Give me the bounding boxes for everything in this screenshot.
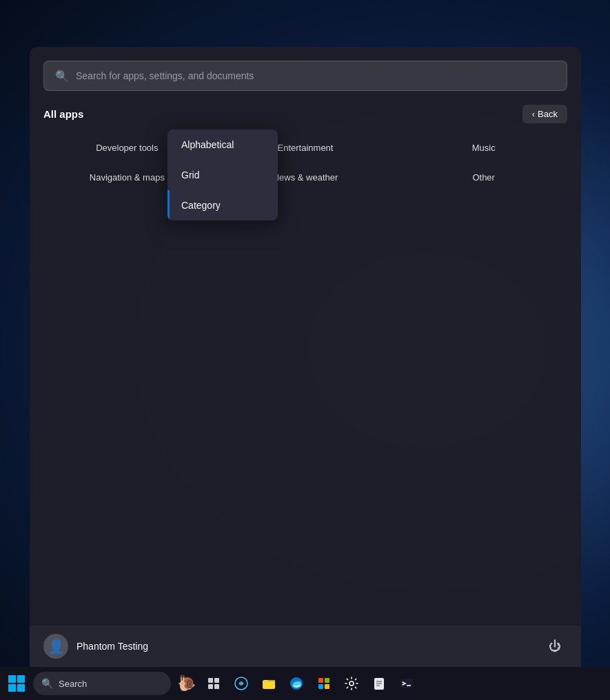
apps-header: All apps ‹ Back	[30, 98, 581, 130]
category-label-other: Other	[472, 172, 495, 183]
windows-logo	[8, 675, 25, 692]
taskbar-search-icon: 🔍	[41, 678, 53, 689]
avatar[interactable]: 👤	[43, 634, 68, 659]
taskbar-store[interactable]	[312, 671, 336, 696]
taskbar-snail-icon[interactable]: 🐌	[174, 671, 199, 696]
svg-rect-16	[400, 679, 413, 688]
file-explorer-icon	[262, 677, 276, 690]
avatar-icon: 👤	[48, 638, 65, 655]
svg-rect-3	[214, 684, 219, 689]
power-icon: ⏻	[549, 639, 561, 654]
svg-rect-0	[208, 678, 213, 683]
entertainment-grid	[303, 137, 307, 138]
taskbar-notepad[interactable]	[367, 671, 392, 696]
news-grid	[303, 167, 307, 168]
taskbar-edge[interactable]	[284, 671, 309, 696]
navigation-grid	[125, 167, 129, 168]
store-icon	[317, 677, 331, 690]
search-bar-area: 🔍 Search for apps, settings, and documen…	[30, 47, 581, 98]
svg-point-11	[349, 681, 354, 686]
taskbar: 🔍 Search 🐌	[0, 667, 610, 700]
category-other: Other	[400, 167, 567, 185]
categories-row-2: Navigation & maps News & weather	[43, 167, 567, 185]
sort-dropdown-menu: Alphabetical Grid Category	[167, 130, 278, 220]
start-menu: 🔍 Search for apps, settings, and documen…	[30, 47, 581, 667]
category-label-news: News & weather	[273, 172, 338, 183]
categories-row-1: Developer tools Entertainment	[43, 137, 567, 156]
music-grid	[482, 137, 486, 138]
svg-rect-1	[214, 678, 219, 683]
win-logo-q2	[17, 675, 25, 683]
taskbar-terminal[interactable]	[394, 671, 419, 696]
category-extra-3	[400, 196, 567, 205]
search-bar[interactable]: 🔍 Search for apps, settings, and documen…	[43, 61, 567, 91]
sort-option-category[interactable]: Category	[167, 190, 278, 220]
all-apps-label: All apps	[43, 108, 83, 120]
svg-rect-8	[325, 678, 329, 683]
svg-rect-2	[208, 684, 213, 689]
back-label: Back	[538, 109, 558, 119]
copilot-icon	[234, 676, 249, 691]
win-logo-q4	[17, 684, 25, 692]
sort-option-alphabetical[interactable]: Alphabetical	[167, 130, 278, 160]
other-grid	[482, 167, 486, 168]
category-label-navigation: Navigation & maps	[90, 172, 165, 183]
sort-option-grid[interactable]: Grid	[167, 160, 278, 190]
taskbar-copilot[interactable]	[229, 671, 254, 696]
notepad-icon	[373, 677, 385, 690]
category-music: Music	[400, 137, 567, 156]
user-name: Phantom Testing	[77, 641, 148, 652]
taskbar-search[interactable]: 🔍 Search	[33, 672, 171, 695]
win-logo-q1	[8, 675, 16, 683]
settings-icon	[345, 677, 358, 690]
search-bar-placeholder: Search for apps, settings, and documents	[76, 70, 254, 81]
categories-row-3	[43, 196, 567, 205]
search-bar-icon: 🔍	[55, 70, 69, 83]
user-area: 👤 Phantom Testing ⏻	[30, 626, 581, 667]
task-view-icon	[207, 677, 220, 690]
apps-grid-container: Developer tools Entertainment	[30, 130, 581, 626]
extra2-grid	[303, 196, 307, 198]
edge-icon	[289, 677, 303, 690]
category-label-music: Music	[472, 143, 496, 153]
taskbar-search-label: Search	[59, 679, 87, 689]
back-chevron-icon: ‹	[532, 109, 535, 119]
extra1-grid	[125, 196, 129, 198]
category-label-entertainment: Entertainment	[278, 143, 334, 153]
extra3-grid	[482, 196, 486, 198]
developer-tools-grid	[125, 137, 129, 138]
terminal-icon	[400, 677, 414, 690]
svg-rect-7	[318, 678, 323, 683]
power-button[interactable]: ⏻	[542, 634, 567, 659]
taskbar-settings[interactable]	[339, 671, 364, 696]
svg-rect-10	[325, 684, 329, 689]
svg-rect-9	[318, 684, 323, 689]
back-button[interactable]: ‹ Back	[522, 105, 567, 123]
taskbar-task-view[interactable]	[201, 671, 226, 696]
taskbar-file-explorer[interactable]	[256, 671, 281, 696]
win-logo-q3	[8, 684, 16, 692]
start-button[interactable]	[6, 672, 28, 694]
category-label-developer-tools: Developer tools	[96, 143, 158, 153]
